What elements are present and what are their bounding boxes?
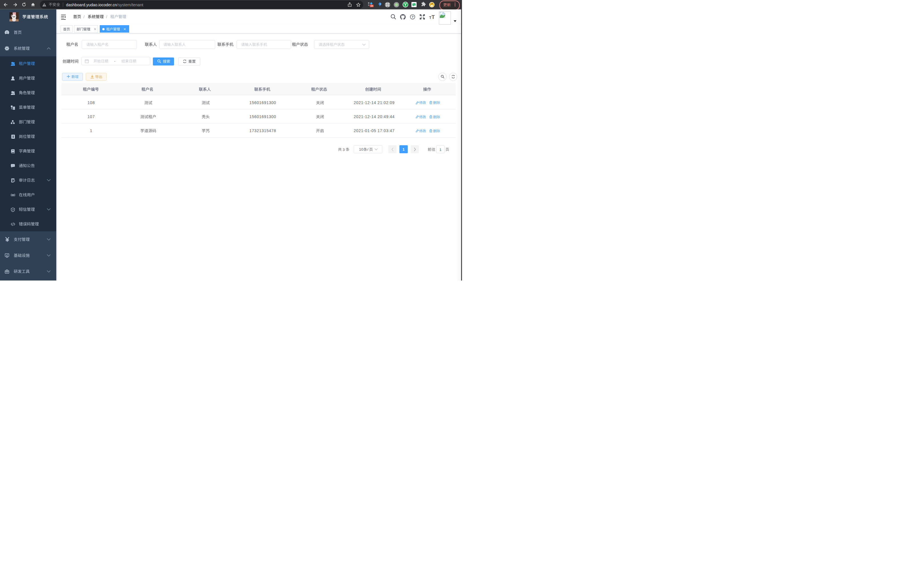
svg-text:T: T xyxy=(429,15,431,20)
svg-text:?: ? xyxy=(411,15,413,19)
svg-text:T: T xyxy=(432,14,435,20)
